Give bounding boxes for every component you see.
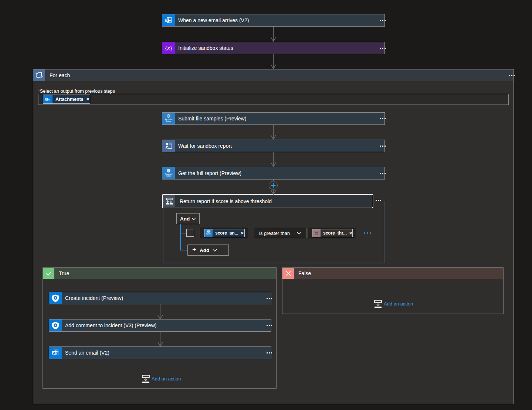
svg-text:Future: Future	[166, 175, 171, 177]
svg-text:Future: Future	[207, 234, 210, 236]
svg-text:Future: Future	[166, 120, 171, 122]
